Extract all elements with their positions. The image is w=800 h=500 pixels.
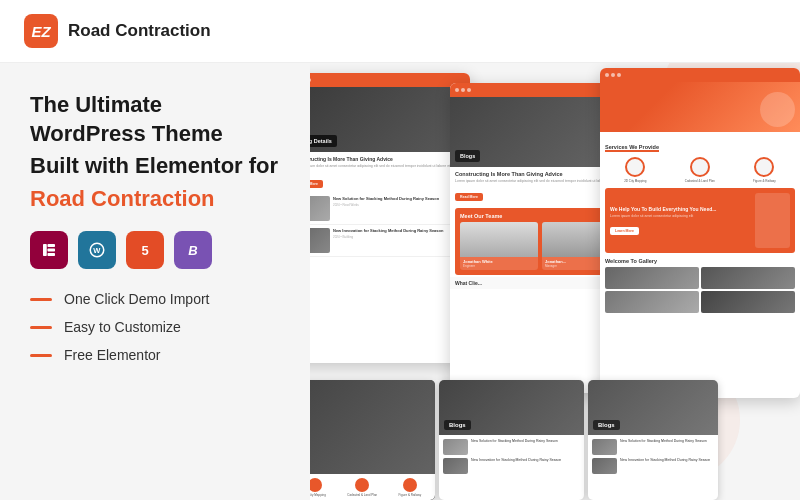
sim-read-more-btn[interactable]: Read More (310, 180, 323, 188)
mini-posts-1: New Solution for Stacking Method During … (439, 435, 584, 481)
feature-list: One Click Demo Import Easy to Customize … (30, 291, 280, 363)
sim-header-left (310, 73, 470, 87)
sim-service-label-3: Figure & Railway (753, 179, 776, 183)
preview-services: Services We Provide 2D City Mapping Cada… (600, 68, 800, 398)
sim-post-meta-1: 2024 • Road Works (333, 203, 465, 207)
mini-post-text-3: New Solution for Stacking Method During … (620, 439, 707, 455)
left-panel: The Ultimate WordPress Theme Built with … (0, 63, 310, 500)
sim-services-title: Services We Provide (605, 144, 659, 152)
sim-member-1: Jonathan White Engineer (460, 222, 538, 270)
sim-team-members: Jonathan White Engineer Jonathan... Mana… (460, 222, 620, 270)
sim-post-img-2 (310, 228, 330, 253)
main-content: The Ultimate WordPress Theme Built with … (0, 63, 800, 500)
feature-dash-1 (30, 298, 52, 301)
sim-member-1-avatar (460, 222, 538, 257)
mini-card-service: Service 2D City Mapping Cadast (310, 380, 435, 500)
brand-name: Road Contraction (68, 21, 211, 41)
svc-circle-3 (403, 478, 417, 492)
sim-service-icon-1 (625, 157, 645, 177)
feature-label-3: Free Elementor (64, 347, 160, 363)
sim-excavator-icon (760, 92, 795, 127)
preview-blog-details: Blog Details Constructing Is More Than G… (310, 73, 470, 363)
sim-gallery-grid (605, 267, 795, 313)
mini-post-thumb-1 (443, 439, 468, 455)
right-panel: Blog Details Constructing Is More Than G… (310, 63, 800, 500)
sim-post-title-2: New Innovation for Stacking Method Durin… (333, 228, 465, 233)
sim-service-1: 2D City Mapping (624, 157, 646, 183)
sim-post-info-1: New Solution for Stacking Method During … (333, 196, 465, 221)
sim-meet-team-title: Meet Our Teame (460, 213, 620, 219)
sim-post-title-1: New Solution for Stacking Method During … (333, 196, 465, 201)
mini-post-text-2: New Innovation for Stacking Method Durin… (471, 458, 561, 474)
mini-post-1: New Solution for Stacking Method During … (443, 439, 580, 455)
bootstrap-icon: B (174, 231, 212, 269)
elementor-icon (30, 231, 68, 269)
sim-blog-post-1: New Solution for Stacking Method During … (310, 193, 470, 225)
sim-banner-sub: Lorem ipsum dolor sit amet consectetur a… (610, 214, 751, 218)
headline-line3: Road Contraction (30, 185, 280, 214)
sim-post-meta-2: 2024 • Building (333, 235, 465, 239)
svc-icon-1: 2D City Mapping (310, 478, 326, 497)
svc-icon-3: Figure & Railway (399, 478, 422, 497)
sim-learn-more-btn[interactable]: Learn More (610, 227, 639, 235)
svg-rect-1 (48, 244, 56, 247)
sim-gallery-title: Welcome To Gallery (605, 258, 795, 264)
blog-details-label: Blog Details (310, 135, 337, 147)
feature-item-2: Easy to Customize (30, 319, 280, 335)
mini-card-blogs-2: Blogs New Solution for Stacking Method D… (588, 380, 718, 500)
svg-rect-2 (48, 249, 56, 252)
sim-banner-title: We Help You To Build Everything You Need… (610, 206, 751, 212)
svc-label-3: Figure & Railway (399, 493, 422, 497)
headline-line2: Built with Elementor for (30, 152, 280, 181)
mini-post-thumb-2 (443, 458, 468, 474)
sim-banner-content: We Help You To Build Everything You Need… (610, 206, 751, 236)
sim-blog-hero-left: Blog Details (310, 87, 470, 152)
blogs-label: Blogs (455, 150, 480, 162)
sim-service-icon-2 (690, 157, 710, 177)
service-icons-strip: 2D City Mapping Cadastral & Land Plan Fi… (310, 474, 435, 500)
svg-rect-3 (48, 253, 56, 256)
sim-services-hero (600, 82, 800, 132)
sim-gallery-item-2 (701, 267, 795, 289)
headline-line1: The Ultimate WordPress Theme (30, 91, 280, 148)
svc-circle-2 (355, 478, 369, 492)
service-icons-row: 2D City Mapping Cadastral & Land Plan Fi… (310, 478, 432, 497)
mini-post-2: New Innovation for Stacking Method Durin… (443, 458, 580, 474)
mini-posts-2: New Solution for Stacking Method During … (588, 435, 718, 481)
sim-banner-figure (755, 193, 790, 248)
blogs-mini-label-1: Blogs (444, 420, 471, 430)
mini-post-4: New Innovation for Stacking Method Durin… (592, 458, 714, 474)
mini-post-thumb-3 (592, 439, 617, 455)
sim-orange-banner: We Help You To Build Everything You Need… (605, 188, 795, 253)
sim-service-icon-3 (754, 157, 774, 177)
feature-label-2: Easy to Customize (64, 319, 181, 335)
sim-post-info-2: New Innovation for Stacking Method Durin… (333, 228, 465, 253)
html5-icon: 5 (126, 231, 164, 269)
sim-blog-meta: Lorem ipsum dolor sit amet consectetur a… (310, 164, 465, 168)
mini-post-text-1: New Solution for Stacking Method During … (471, 439, 558, 455)
svc-label-1: 2D City Mapping (310, 493, 326, 497)
sim-read-more-btn-2[interactable]: Read More (455, 193, 483, 201)
sim-service-2: Cadastral & Land Plan (685, 157, 715, 183)
sim-member-1-info: Jonathan White Engineer (460, 257, 538, 270)
sim-blog-post-2: New Innovation for Stacking Method Durin… (310, 225, 470, 257)
blogs-mini-hero-1: Blogs (439, 380, 584, 435)
sim-service-label-1: 2D City Mapping (624, 179, 646, 183)
bottom-preview-row: Service 2D City Mapping Cadast (310, 380, 800, 500)
svg-text:W: W (93, 246, 101, 255)
mini-post-thumb-4 (592, 458, 617, 474)
sim-header-right (600, 68, 800, 82)
blogs-mini-label-2: Blogs (593, 420, 620, 430)
tech-icon-row: W 5 B (30, 231, 280, 269)
sim-gallery-item-4 (701, 291, 795, 313)
sim-blog-heading: Constructing Is More Than Giving Advice (310, 156, 465, 162)
blogs-mini-hero-2: Blogs (588, 380, 718, 435)
sim-gallery-section: Welcome To Gallery (600, 255, 800, 316)
svc-icon-2: Cadastral & Land Plan (347, 478, 377, 497)
mini-post-text-4: New Innovation for Stacking Method Durin… (620, 458, 710, 474)
logo-badge: EZ (24, 14, 58, 48)
feature-label-1: One Click Demo Import (64, 291, 209, 307)
sim-post-img-1 (310, 196, 330, 221)
mini-post-3: New Solution for Stacking Method During … (592, 439, 714, 455)
sim-service-3: Figure & Railway (753, 157, 776, 183)
